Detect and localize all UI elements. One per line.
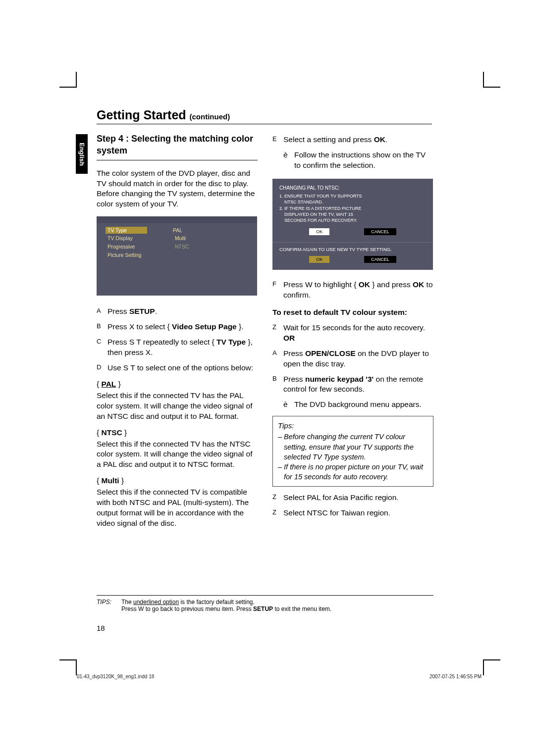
title-continued: (continued)	[190, 112, 230, 121]
tv-ok2-button: OK	[309, 256, 329, 263]
step-c: C Press S T repeatedly to select { TV Ty…	[97, 337, 258, 358]
tv-dialog-title: CHANGING PAL TO NTSC:	[279, 185, 426, 192]
tips-head: Tips:	[278, 420, 428, 431]
step-a2: A Press OPEN/CLOSE on the DVD player to …	[272, 349, 433, 369]
intro-paragraph: The color system of the DVD player, disc…	[97, 168, 258, 210]
step-f: F Press W to highlight { OK } and press …	[272, 280, 433, 301]
option-ntsc-body: Select this if the connected TV has the …	[97, 439, 258, 470]
tv-confirm-dialog: CHANGING PAL TO NTSC: 1. ENSURE THAT YOU…	[272, 179, 433, 270]
step-b: B Press X to select { Video Setup Page }…	[97, 322, 258, 332]
osd-tv-type-value: PAL	[173, 227, 182, 234]
crop-mark	[483, 72, 484, 88]
step-e: E Select a setting and press OK.	[272, 135, 433, 145]
tips-box: Tips: – Before changing the current TV c…	[272, 416, 433, 486]
crop-mark	[483, 87, 500, 88]
step-heading: Step 4 : Selecting the matching color sy…	[97, 133, 258, 157]
tv-cancel-button: CANCEL	[364, 228, 396, 235]
tv-confirm-text: CONFIRM AGAIN TO USE NEW TV TYPE SETTING…	[279, 247, 426, 253]
step-d: D Use S T to select one of the options b…	[97, 363, 258, 373]
section-title: Getting Started (continued)	[97, 108, 230, 122]
osd-tv-type-label: TV Type	[106, 227, 147, 234]
reset-heading: To reset to default TV colour system:	[272, 307, 433, 318]
tips-p1: – Before changing the current TV colour …	[278, 432, 428, 462]
page-number: 18	[97, 624, 105, 632]
osd-progressive-label: Progressive	[107, 243, 149, 250]
osd-progressive-value: NTSC	[175, 243, 189, 250]
footer-tips: TIPS: The underlined option is the facto…	[97, 595, 433, 612]
option-multi-body: Select this if the connected TV is compa…	[97, 487, 258, 529]
imprint-left: 01-43_dvp3120K_98_eng1.indd 18	[77, 674, 154, 679]
step-rule	[97, 160, 258, 160]
option-pal-body: Select this if the connected TV has the …	[97, 391, 258, 422]
osd-tv-display-label: TV Display	[107, 235, 149, 242]
imprint-right: 2007-07-25 1:46:55 PM	[429, 674, 482, 679]
crop-mark	[76, 72, 77, 88]
tv-ok-button: OK	[309, 228, 329, 235]
crop-mark	[483, 659, 484, 675]
crop-mark	[59, 87, 77, 88]
crop-mark	[483, 659, 500, 660]
step-b2: B Press numeric keypad '3' on the remote…	[272, 374, 433, 395]
tv-cancel2-button: CANCEL	[364, 256, 396, 263]
step-a: A Press SETUP.	[97, 306, 258, 317]
left-column: Step 4 : Selecting the matching color sy…	[97, 133, 258, 529]
option-ntsc-head: { NTSC }	[97, 428, 258, 438]
option-multi-head: { Multi }	[97, 476, 258, 486]
osd-menu: TV Type PAL TV Display Multi Progressive…	[97, 216, 257, 296]
title-rule	[97, 124, 432, 124]
step-z3: Z Select NTSC for Taiwan region.	[272, 508, 433, 518]
osd-tv-display-value: Multi	[175, 235, 186, 242]
step-z2: Z Select PAL for Asia Pacific region.	[272, 493, 433, 503]
tips-p2: – If there is no proper picture on your …	[278, 462, 428, 482]
step-z1: Z Wait for 15 seconds for the auto recov…	[272, 323, 433, 344]
crop-mark	[76, 659, 77, 675]
right-column: E Select a setting and press OK. è Follo…	[272, 133, 433, 529]
step-e-sub: è Follow the instructions show on the TV…	[283, 150, 433, 171]
language-tab: English	[76, 134, 88, 174]
option-pal-head: { PAL }	[97, 379, 258, 390]
title-main: Getting Started	[97, 108, 186, 122]
crop-mark	[59, 659, 77, 660]
step-b2-sub: è The DVD background menu appears.	[283, 400, 433, 410]
osd-picture-setting-label: Picture Setting	[107, 252, 149, 258]
